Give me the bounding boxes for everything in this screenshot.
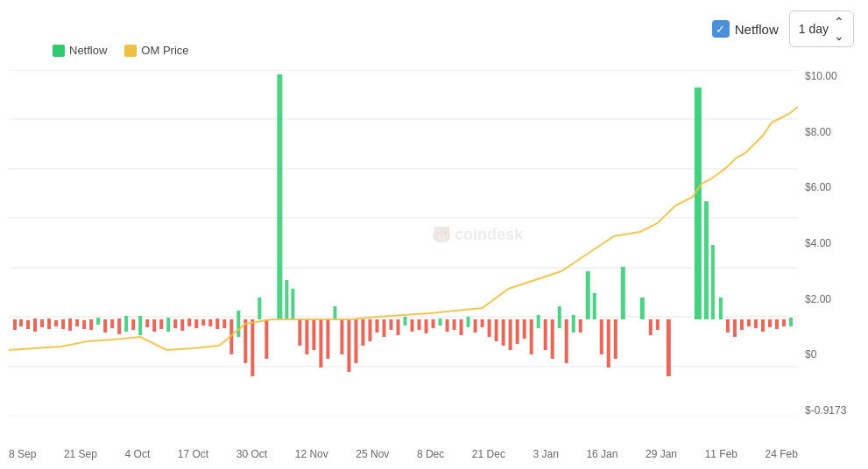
svg-rect-99 bbox=[695, 88, 702, 319]
x-label-21dec: 21 Dec bbox=[472, 448, 505, 460]
y-label-0: $0 bbox=[805, 348, 816, 360]
svg-rect-23 bbox=[117, 318, 121, 334]
svg-rect-112 bbox=[789, 318, 793, 326]
chevron-updown-icon: ⌃⌄ bbox=[834, 15, 844, 43]
svg-rect-40 bbox=[236, 311, 240, 337]
svg-rect-14 bbox=[54, 320, 58, 326]
netflow-label: Netflow bbox=[735, 22, 779, 37]
svg-rect-26 bbox=[138, 316, 142, 335]
svg-rect-110 bbox=[775, 319, 779, 329]
svg-rect-109 bbox=[768, 319, 772, 327]
svg-rect-106 bbox=[747, 319, 751, 326]
svg-rect-108 bbox=[761, 319, 765, 332]
svg-rect-56 bbox=[354, 319, 357, 363]
svg-rect-88 bbox=[579, 319, 582, 332]
legend-item-netflow: Netflow bbox=[53, 44, 107, 57]
svg-rect-63 bbox=[404, 317, 407, 326]
svg-rect-41 bbox=[243, 319, 247, 363]
legend-item-om-price: OM Price bbox=[124, 44, 188, 57]
svg-rect-96 bbox=[649, 319, 653, 335]
x-label-29jan: 29 Jan bbox=[646, 448, 677, 460]
svg-rect-75 bbox=[488, 319, 491, 337]
svg-rect-12 bbox=[40, 319, 44, 327]
svg-rect-55 bbox=[347, 319, 350, 372]
y-label-4: $4.00 bbox=[805, 237, 831, 249]
svg-rect-29 bbox=[159, 319, 163, 329]
y-label-8: $8.00 bbox=[805, 126, 831, 138]
netflow-checkbox-label[interactable]: ✓ Netflow bbox=[712, 20, 779, 38]
chart-container: ✓ Netflow 1 day ⌃⌄ Netflow OM Price bbox=[0, 0, 868, 469]
svg-rect-18 bbox=[82, 320, 86, 329]
svg-rect-111 bbox=[782, 319, 786, 326]
svg-rect-69 bbox=[446, 319, 449, 332]
svg-rect-61 bbox=[389, 319, 392, 330]
svg-rect-102 bbox=[719, 298, 723, 319]
svg-rect-58 bbox=[368, 319, 371, 341]
svg-rect-42 bbox=[251, 319, 254, 376]
svg-rect-10 bbox=[26, 320, 30, 329]
svg-rect-74 bbox=[481, 319, 484, 327]
x-label-3jan: 3 Jan bbox=[533, 448, 558, 460]
svg-rect-80 bbox=[523, 319, 526, 339]
svg-rect-31 bbox=[173, 319, 177, 328]
svg-rect-87 bbox=[572, 315, 575, 332]
checkbox-checked-icon: ✓ bbox=[712, 20, 730, 38]
svg-rect-20 bbox=[96, 318, 100, 325]
svg-rect-44 bbox=[265, 319, 268, 359]
svg-rect-81 bbox=[530, 319, 533, 354]
svg-rect-17 bbox=[75, 319, 79, 326]
svg-rect-52 bbox=[326, 319, 329, 359]
svg-rect-95 bbox=[640, 298, 645, 319]
svg-rect-70 bbox=[453, 319, 456, 330]
svg-rect-89 bbox=[586, 271, 590, 319]
y-axis: $10.00 $8.00 $6.00 $4.00 $2.00 $0 $-0.91… bbox=[798, 70, 868, 416]
svg-rect-48 bbox=[298, 319, 301, 346]
y-label-2: $2.00 bbox=[805, 293, 831, 305]
x-label-25nov: 25 Nov bbox=[356, 448, 389, 460]
svg-rect-84 bbox=[551, 319, 554, 359]
svg-rect-33 bbox=[187, 318, 191, 326]
svg-rect-85 bbox=[558, 306, 561, 328]
svg-rect-86 bbox=[565, 319, 568, 363]
svg-rect-25 bbox=[131, 319, 135, 330]
svg-rect-65 bbox=[418, 319, 421, 330]
svg-rect-45 bbox=[277, 74, 282, 319]
svg-rect-19 bbox=[89, 319, 93, 330]
svg-rect-22 bbox=[110, 319, 114, 328]
svg-rect-98 bbox=[667, 319, 671, 376]
svg-rect-43 bbox=[258, 298, 261, 319]
svg-rect-9 bbox=[19, 319, 23, 326]
svg-rect-90 bbox=[593, 293, 596, 319]
top-controls: ✓ Netflow 1 day ⌃⌄ bbox=[712, 10, 854, 47]
svg-rect-67 bbox=[432, 319, 435, 328]
svg-rect-91 bbox=[600, 319, 603, 354]
svg-rect-50 bbox=[312, 319, 315, 350]
svg-rect-101 bbox=[711, 245, 715, 319]
svg-rect-79 bbox=[516, 319, 519, 344]
x-label-4oct: 4 Oct bbox=[125, 448, 151, 460]
svg-rect-16 bbox=[68, 318, 72, 331]
svg-rect-100 bbox=[704, 201, 709, 319]
svg-rect-94 bbox=[621, 267, 625, 319]
svg-rect-30 bbox=[166, 318, 170, 332]
x-label-17oct: 17 Oct bbox=[178, 448, 208, 460]
svg-rect-76 bbox=[495, 319, 498, 341]
x-label-8sep: 8 Sep bbox=[9, 448, 36, 460]
svg-rect-68 bbox=[439, 318, 442, 326]
svg-rect-27 bbox=[145, 319, 149, 327]
svg-rect-15 bbox=[61, 319, 65, 329]
x-label-30oct: 30 Oct bbox=[236, 448, 267, 460]
svg-rect-34 bbox=[194, 319, 198, 328]
x-label-8dec: 8 Dec bbox=[417, 448, 444, 460]
x-label-21sep: 21 Sep bbox=[64, 448, 97, 460]
svg-rect-105 bbox=[740, 319, 744, 330]
svg-rect-35 bbox=[201, 319, 205, 326]
legend-om-price-label: OM Price bbox=[141, 44, 188, 57]
day-selector[interactable]: 1 day ⌃⌄ bbox=[789, 10, 854, 47]
svg-rect-60 bbox=[382, 319, 385, 337]
svg-rect-28 bbox=[152, 319, 156, 332]
chart-svg bbox=[9, 70, 798, 416]
svg-rect-66 bbox=[425, 319, 428, 333]
svg-rect-71 bbox=[460, 319, 463, 335]
svg-rect-46 bbox=[285, 280, 288, 319]
